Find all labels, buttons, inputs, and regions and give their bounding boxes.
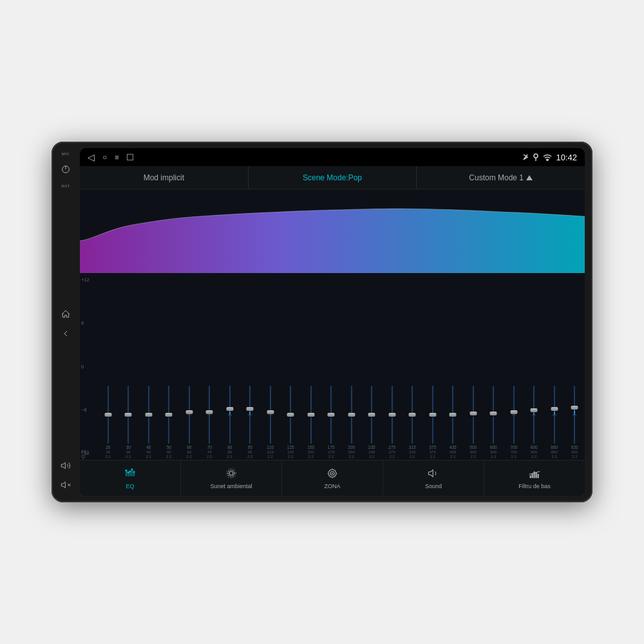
fc-value-9: 125 (281, 450, 301, 454)
slider-column-0[interactable] (98, 273, 118, 445)
slider-thumb-22[interactable] (551, 407, 558, 411)
slider-track-1[interactable] (128, 386, 129, 444)
tab-ambient[interactable]: Sunet ambiental (181, 460, 282, 496)
slider-column-14[interactable] (382, 273, 402, 445)
slider-column-7[interactable] (240, 273, 261, 445)
slider-column-18[interactable] (463, 273, 484, 445)
vol-down-button[interactable] (59, 478, 73, 492)
slider-track-5[interactable] (209, 386, 210, 444)
freq-label-6: 80 (220, 445, 240, 450)
slider-thumb-6[interactable] (226, 407, 233, 411)
fc-value-7: 95 (240, 450, 261, 454)
slider-thumb-0[interactable] (104, 413, 111, 417)
slider-thumb-9[interactable] (287, 413, 294, 417)
slider-track-10[interactable] (310, 386, 312, 444)
slider-column-17[interactable] (443, 273, 464, 445)
slider-track-11[interactable] (330, 386, 332, 444)
tab-eq[interactable]: EQ (80, 460, 181, 496)
slider-track-12[interactable] (351, 386, 352, 444)
slider-track-21[interactable] (533, 386, 535, 444)
slider-thumb-3[interactable] (166, 413, 173, 417)
fc-value-19: 600 (484, 450, 504, 454)
slider-column-5[interactable] (200, 273, 220, 445)
slider-thumb-5[interactable] (206, 410, 213, 414)
slider-thumb-1[interactable] (125, 413, 132, 417)
slider-track-19[interactable] (493, 386, 494, 444)
slider-column-15[interactable] (402, 273, 423, 445)
zona-icon (327, 468, 338, 481)
vol-up-button[interactable] (59, 459, 73, 473)
slider-thumb-14[interactable] (388, 413, 395, 417)
power-button[interactable] (59, 162, 73, 176)
slider-thumb-19[interactable] (490, 412, 497, 415)
slider-track-23[interactable] (574, 386, 575, 444)
slider-track-22[interactable] (554, 386, 555, 444)
slider-track-9[interactable] (290, 386, 291, 444)
slider-column-22[interactable] (544, 273, 565, 445)
slider-column-16[interactable] (422, 273, 443, 445)
slider-track-0[interactable] (108, 386, 109, 444)
slider-thumb-7[interactable] (247, 407, 254, 411)
svg-point-13 (126, 469, 128, 471)
slider-thumb-16[interactable] (429, 413, 436, 417)
nav-home[interactable]: ○ (102, 153, 107, 162)
slider-thumb-13[interactable] (368, 413, 375, 417)
slider-thumb-20[interactable] (510, 410, 517, 414)
slider-track-16[interactable] (432, 386, 433, 444)
slider-track-2[interactable] (148, 386, 149, 444)
slider-column-4[interactable] (179, 273, 200, 445)
slider-thumb-4[interactable] (185, 410, 193, 414)
slider-column-8[interactable] (260, 273, 281, 445)
slider-column-21[interactable] (524, 273, 545, 445)
nav-menu[interactable]: ≡ (115, 153, 118, 161)
nav-back[interactable]: ◁ (88, 152, 95, 162)
slider-thumb-2[interactable] (145, 413, 152, 417)
mode-implicit[interactable]: Mod implicit (80, 166, 249, 189)
nav-recent[interactable] (127, 154, 133, 160)
mode-custom[interactable]: Custom Mode 1 (417, 166, 585, 189)
slider-column-6[interactable] (220, 273, 240, 445)
slider-column-2[interactable] (138, 273, 159, 445)
slider-track-3[interactable] (168, 386, 169, 444)
home-button[interactable] (59, 307, 73, 321)
slider-column-10[interactable] (301, 273, 321, 445)
tab-zona[interactable]: ZONA (282, 460, 383, 496)
slider-track-14[interactable] (392, 386, 393, 444)
slider-thumb-12[interactable] (348, 413, 355, 417)
tab-filtru[interactable]: Filtru de bas (484, 460, 585, 496)
slider-column-9[interactable] (281, 273, 301, 445)
slider-thumb-21[interactable] (531, 408, 538, 412)
fc-value-8: 110 (260, 450, 281, 454)
slider-track-18[interactable] (473, 386, 474, 444)
slider-track-7[interactable] (249, 386, 251, 444)
slider-track-20[interactable] (513, 386, 515, 444)
slider-column-19[interactable] (484, 273, 504, 445)
freq-label-0: 20 (98, 445, 118, 450)
slider-track-17[interactable] (452, 386, 453, 444)
q-value-21: 2.2 (524, 455, 545, 459)
slider-track-8[interactable] (270, 386, 271, 444)
slider-column-23[interactable] (565, 273, 585, 445)
slider-thumb-23[interactable] (571, 406, 578, 410)
mode-scene[interactable]: Scene Mode:Pop (249, 166, 417, 189)
slider-track-4[interactable] (189, 386, 190, 444)
slider-thumb-10[interactable] (307, 413, 314, 417)
slider-thumb-15[interactable] (409, 413, 416, 417)
slider-track-13[interactable] (371, 386, 372, 444)
tab-zona-label: ZONA (324, 483, 340, 489)
slider-track-15[interactable] (412, 386, 413, 444)
slider-thumb-11[interactable] (328, 413, 335, 417)
slider-thumb-17[interactable] (450, 413, 457, 417)
fc-value-17: 435 (443, 450, 464, 454)
slider-column-3[interactable] (159, 273, 180, 445)
slider-thumb-8[interactable] (267, 410, 274, 414)
slider-column-12[interactable] (341, 273, 362, 445)
slider-thumb-18[interactable] (469, 412, 477, 415)
slider-column-20[interactable] (504, 273, 524, 445)
slider-column-13[interactable] (362, 273, 383, 445)
slider-column-1[interactable] (118, 273, 139, 445)
tab-sound[interactable]: Sound (383, 460, 484, 496)
slider-track-6[interactable] (229, 386, 231, 444)
slider-column-11[interactable] (321, 273, 342, 445)
back-button[interactable] (59, 327, 73, 341)
